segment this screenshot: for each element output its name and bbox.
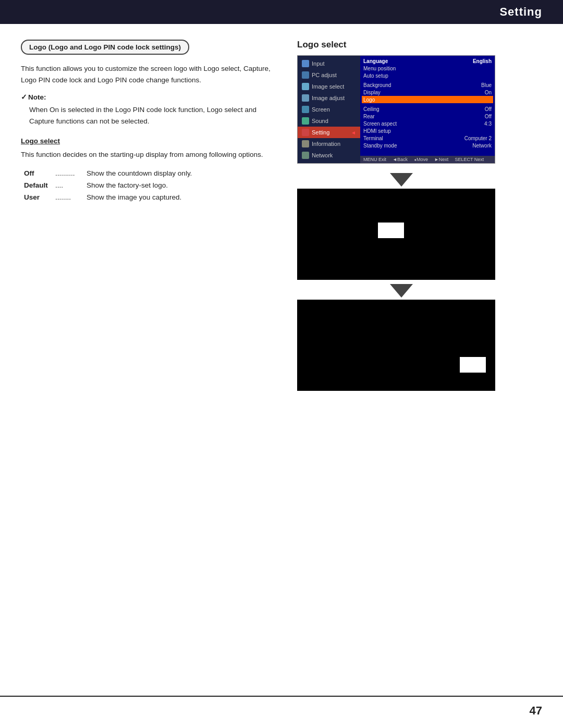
menu-item-setting: Setting ◄ <box>298 127 360 138</box>
option-user-dots: ........ <box>55 192 87 204</box>
menu-row-background-label: Background <box>363 82 391 88</box>
page-number: 47 <box>530 704 542 718</box>
menu-row-terminal-val: Computer 2 <box>464 135 492 141</box>
menu-row-standby-label: Standby mode <box>363 143 397 149</box>
menu-row-language-label: Language <box>363 58 388 64</box>
menu-row-screenaspect-val: 4:3 <box>484 121 492 127</box>
menu-item-sound: Sound <box>298 115 360 127</box>
menu-select: SELECT Next <box>455 157 484 162</box>
option-off: Off .......... Show the countdown displa… <box>24 168 276 180</box>
arrow-triangle-2 <box>390 284 413 298</box>
right-title: Logo select <box>297 40 506 50</box>
menu-screenshot: Input PC adjust Image select Image adjus… <box>297 55 495 164</box>
pcadjust-icon <box>302 71 309 79</box>
display-panel-2 <box>297 300 495 391</box>
imgselect-icon <box>302 83 309 90</box>
option-default-val: Show the factory-set logo. <box>87 180 276 192</box>
menu-row-language: Language English <box>363 57 492 65</box>
arrow-down-2 <box>297 284 506 298</box>
option-default-key: Default <box>24 180 55 192</box>
menu-item-sound-label: Sound <box>312 118 328 124</box>
option-off-val: Show the countdown display only. <box>87 168 276 180</box>
menu-item-pcadjust: PC adjust <box>298 69 360 81</box>
option-user-val: Show the image you captured. <box>87 192 276 204</box>
menu-bottom-bar: MENU Exit ◄Back ⬧Move ►Next SELECT Next <box>360 156 495 163</box>
menu-row-screenaspect: Screen aspect 4:3 <box>363 120 492 127</box>
option-off-key: Off <box>24 168 55 180</box>
page-header: Setting <box>0 0 563 24</box>
left-column: Logo (Logo and Logo PIN code lock settin… <box>21 40 276 395</box>
menu-row-rear: Rear Off <box>363 113 492 120</box>
sound-icon <box>302 117 309 125</box>
note-text: When On is selected in the Logo PIN code… <box>29 104 276 127</box>
menu-item-imgadjust: Image adjust <box>298 92 360 104</box>
input-icon <box>302 60 309 67</box>
display-white-box-1 <box>378 223 404 238</box>
menu-row-standby: Standby mode Network <box>363 142 492 149</box>
right-column: Logo select Input PC adjust Image select <box>297 40 506 395</box>
menu-exit: MENU Exit <box>363 157 386 162</box>
screen-icon <box>302 106 309 113</box>
menu-row-ceiling-val: Off <box>485 106 492 112</box>
menu-row-logo: Logo <box>362 96 493 103</box>
menu-item-screen-label: Screen <box>312 106 330 113</box>
info-icon <box>302 140 309 147</box>
menu-right-wrapper: Language English Menu position Auto setu… <box>360 56 495 163</box>
menu-move: ⬧Move <box>414 157 428 162</box>
menu-row-standby-val: Network <box>472 143 492 149</box>
menu-item-imgselect-label: Image select <box>312 83 344 90</box>
menu-item-input: Input <box>298 58 360 69</box>
arrow-down-1 <box>297 173 506 187</box>
menu-row-terminal-label: Terminal <box>363 135 383 141</box>
menu-back: ◄Back <box>393 157 408 162</box>
options-list: Off .......... Show the countdown displa… <box>24 168 276 204</box>
menu-item-network-label: Network <box>312 152 333 158</box>
page-title: Setting <box>499 5 542 18</box>
note-label: Note: <box>21 93 276 101</box>
menu-row-hdmisetup: HDMI setup <box>363 127 492 134</box>
footer-line <box>0 696 563 697</box>
option-off-dots: .......... <box>55 168 87 180</box>
menu-row-menupos-label: Menu position <box>363 66 396 71</box>
display-panel-1 <box>297 189 495 280</box>
menu-row-ceiling-label: Ceiling <box>363 106 380 112</box>
menu-item-info: Information <box>298 138 360 150</box>
menu-row-background: Background Blue <box>363 81 492 89</box>
menu-row-terminal: Terminal Computer 2 <box>363 134 492 142</box>
menu-row-background-val: Blue <box>481 82 492 88</box>
menu-right-panel: Language English Menu position Auto setu… <box>360 56 495 156</box>
option-user-key: User <box>24 192 55 204</box>
menu-item-setting-label: Setting <box>312 129 329 135</box>
menu-row-display: Display On <box>363 89 492 96</box>
menu-left-panel: Input PC adjust Image select Image adjus… <box>298 56 360 163</box>
menu-row-rear-val: Off <box>485 114 492 119</box>
section-heading: Logo (Logo and Logo PIN code lock settin… <box>21 40 189 55</box>
option-user: User ........ Show the image you capture… <box>24 192 276 204</box>
menu-next: ►Next <box>434 157 448 162</box>
menu-item-imgselect: Image select <box>298 81 360 92</box>
option-default: Default .... Show the factory-set logo. <box>24 180 276 192</box>
menu-row-hdmisetup-label: HDMI setup <box>363 128 391 134</box>
setting-icon <box>302 129 309 136</box>
menu-row-ceiling: Ceiling Off <box>363 105 492 113</box>
logo-select-intro: This function decides on the starting-up… <box>21 149 276 161</box>
option-default-dots: .... <box>55 180 87 192</box>
menu-row-rear-label: Rear <box>363 114 375 119</box>
network-icon <box>302 152 309 159</box>
menu-item-pcadjust-label: PC adjust <box>312 72 337 78</box>
logo-select-heading: Logo select <box>21 137 276 145</box>
intro-text: This function allows you to customize th… <box>21 63 276 85</box>
menu-item-input-label: Input <box>312 60 324 67</box>
menu-item-imgadjust-label: Image adjust <box>312 95 345 101</box>
menu-row-autosetup-label: Auto setup <box>363 73 388 79</box>
menu-item-network: Network <box>298 150 360 161</box>
menu-row-autosetup: Auto setup <box>363 72 492 79</box>
display-white-box-2 <box>460 357 486 373</box>
menu-row-language-val: English <box>473 58 492 64</box>
arrow-triangle-1 <box>390 173 413 187</box>
main-content: Logo (Logo and Logo PIN code lock settin… <box>0 24 563 411</box>
setting-arrow: ◄ <box>351 130 356 135</box>
menu-item-info-label: Information <box>312 141 340 147</box>
menu-item-screen: Screen <box>298 104 360 115</box>
imgadjust-icon <box>302 94 309 102</box>
